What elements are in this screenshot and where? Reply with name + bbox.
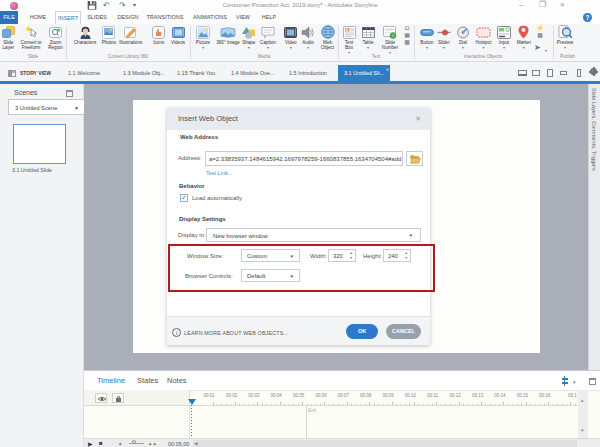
svg-text:A: A — [345, 27, 348, 32]
